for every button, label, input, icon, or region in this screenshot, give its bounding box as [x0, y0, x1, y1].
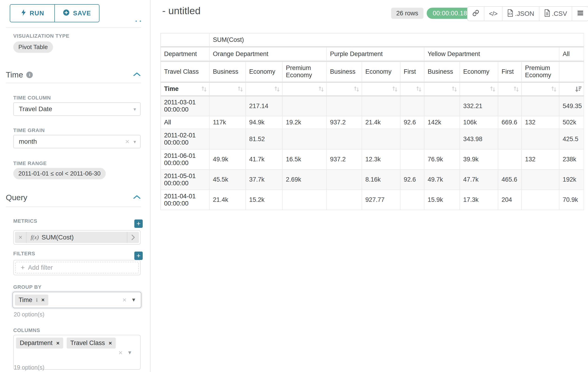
save-button[interactable]: SAVE [55, 5, 99, 22]
add-filter-button[interactable]: + Add filter [15, 262, 139, 273]
save-button-label: SAVE [73, 10, 91, 17]
column-sort-cell[interactable] [246, 82, 282, 96]
divider [6, 83, 141, 83]
pivot-row-label: 2011-03-0100:00:00 [161, 96, 210, 116]
pivot-cell [522, 96, 559, 116]
link-icon [472, 10, 479, 18]
token-label: Travel Class [70, 340, 105, 347]
column-sort-cell[interactable] [424, 82, 460, 96]
column-sort-cell[interactable] [460, 82, 498, 96]
run-button-label: RUN [30, 10, 44, 17]
pivot-cell: 132 [522, 149, 559, 170]
columns-token[interactable]: Department × [16, 338, 63, 349]
chevron-right-icon[interactable] [127, 232, 139, 243]
time-section-title: Time [6, 70, 23, 79]
group-by-options-hint: 20 option(s) [14, 311, 44, 318]
pivot-cell: 21.4k [362, 116, 400, 129]
pivot-cell: 332.21 [460, 96, 498, 116]
column-sort-cell[interactable] [522, 82, 559, 96]
all-sort-cell-active[interactable] [559, 82, 584, 96]
add-filter-plus-button[interactable]: + [134, 252, 143, 260]
pivot-cell [210, 96, 246, 116]
time-range-pill[interactable]: 2011-01-01 ≤ col < 2011-06-30 [13, 168, 106, 179]
travel-class-header: Business [326, 61, 362, 82]
run-button[interactable]: RUN [10, 5, 55, 22]
chart-type-collapse-icon[interactable] [140, 21, 141, 22]
collapse-chevron-icon[interactable] [133, 195, 141, 201]
export-json-label: .JSON [515, 10, 534, 17]
chart-title[interactable]: - untitled [162, 5, 200, 17]
function-icon: f(x) [31, 234, 39, 241]
run-save-button-bar: RUN SAVE [10, 4, 99, 22]
travel-class-header: Economy [460, 61, 498, 82]
group-by-token[interactable]: Time i × [15, 295, 48, 306]
collapse-chevron-icon[interactable] [133, 72, 141, 78]
time-grain-value: month [19, 138, 37, 145]
column-sort-cell[interactable] [282, 82, 326, 96]
filters-label: FILTERS [13, 251, 35, 257]
department-row-label: Department [161, 47, 210, 61]
remove-token-icon[interactable]: × [109, 340, 112, 346]
pivot-table: SUM(Cost)DepartmentOrange DepartmentPurp… [160, 33, 584, 210]
share-link-button[interactable] [468, 7, 484, 21]
pivot-row: 2011-02-0100:00:0081.52343.98425.5 [161, 129, 584, 149]
column-sort-cell[interactable] [210, 82, 246, 96]
divider [6, 206, 141, 207]
time-sort-cell[interactable]: Time [161, 82, 210, 96]
pivot-row-label: 2011-05-0100:00:00 [161, 170, 210, 190]
column-sort-cell[interactable] [498, 82, 522, 96]
column-sort-cell[interactable] [362, 82, 400, 96]
export-csv-label: .CSV [552, 10, 567, 17]
pivot-cell: 106k [460, 116, 498, 129]
chevron-down-icon: ▾ [133, 139, 136, 144]
add-metric-button[interactable]: + [134, 220, 143, 228]
remove-token-icon[interactable]: × [41, 297, 45, 303]
remove-token-icon[interactable]: × [56, 340, 60, 346]
pivot-cell [522, 170, 559, 190]
pivot-cell: 17.3k [460, 190, 498, 210]
add-filter-label: Add filter [28, 264, 53, 271]
pivot-cell: 502k [559, 116, 584, 129]
chart-type-collapse-icon[interactable] [136, 21, 137, 22]
column-sort-cell[interactable] [400, 82, 424, 96]
metrics-label: METRICS [13, 218, 37, 224]
department-group-header: Yellow Department [424, 47, 559, 61]
metric-header-cell: SUM(Cost) [210, 33, 584, 47]
time-grain-select[interactable]: month × ▾ [13, 135, 141, 148]
pivot-cell: 669.6 [498, 116, 522, 129]
pivot-cell [424, 96, 460, 116]
pivot-row: 2011-06-0100:00:0049.9k41.7k16.5k937.212… [161, 149, 584, 170]
metric-pill[interactable]: × f(x) SUM(Cost) [15, 232, 139, 243]
all-column-header: All [559, 47, 584, 61]
clear-icon[interactable]: × [123, 297, 127, 303]
pivot-cell [326, 190, 362, 210]
pivot-cell: 927.77 [362, 190, 400, 210]
embed-code-button[interactable]: </> [484, 7, 502, 21]
row-count-badge: 26 rows [391, 8, 423, 19]
more-menu-button[interactable] [572, 7, 588, 21]
pivot-cell [400, 96, 424, 116]
export-json-button[interactable]: .JSON [502, 7, 539, 21]
pivot-table-container: SUM(Cost)DepartmentOrange DepartmentPurp… [160, 33, 584, 210]
group-by-select[interactable]: Time i × × ▼ [12, 292, 142, 308]
query-section-title: Query [6, 193, 27, 202]
divider [6, 27, 141, 28]
visualization-type-pill[interactable]: Pivot Table [13, 41, 53, 53]
pivot-cell: 16.5k [282, 149, 326, 170]
time-section-header: Time i [6, 70, 141, 79]
travel-class-header: Premium Economy [522, 61, 559, 82]
pivot-cell [400, 149, 424, 170]
column-sort-cell[interactable] [326, 82, 362, 96]
pivot-cell [362, 129, 400, 149]
clear-icon[interactable]: × [125, 138, 129, 145]
pivot-cell [210, 129, 246, 149]
clear-icon[interactable]: × [118, 349, 123, 356]
time-column-select[interactable]: Travel Date ▾ [13, 102, 141, 116]
remove-metric-icon[interactable]: × [15, 232, 27, 243]
chevron-down-icon: ▼ [131, 297, 136, 303]
control-panel-sidebar: Chart Type RUN SAVE VISUALIZATION TYPE P… [0, 0, 151, 372]
time-grain-label: TIME GRAIN [13, 128, 45, 133]
plus-icon: + [136, 252, 141, 259]
columns-token[interactable]: Travel Class × [67, 338, 116, 349]
export-csv-button[interactable]: .CSV [539, 7, 572, 21]
